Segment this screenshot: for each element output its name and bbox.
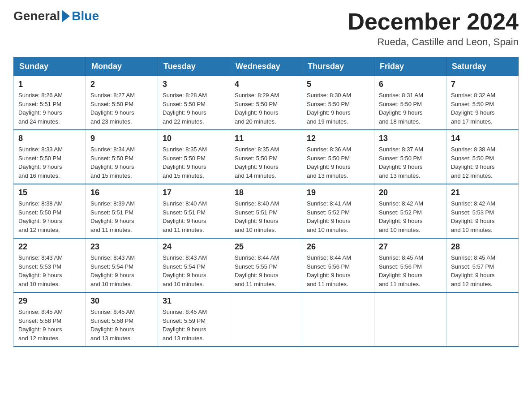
logo: General Blue: [13, 9, 99, 23]
calendar-cell: 27 Sunrise: 8:45 AMSunset: 5:56 PMDaylig…: [374, 238, 446, 292]
week-row-1: 1 Sunrise: 8:26 AMSunset: 5:51 PMDayligh…: [14, 76, 519, 130]
calendar-cell: 15 Sunrise: 8:38 AMSunset: 5:50 PMDaylig…: [14, 184, 86, 238]
day-info: Sunrise: 8:45 AMSunset: 5:58 PMDaylight:…: [18, 308, 63, 342]
calendar-cell: 4 Sunrise: 8:29 AMSunset: 5:50 PMDayligh…: [230, 76, 302, 130]
week-row-3: 15 Sunrise: 8:38 AMSunset: 5:50 PMDaylig…: [14, 184, 519, 238]
calendar-cell: 2 Sunrise: 8:27 AMSunset: 5:50 PMDayligh…: [86, 76, 158, 130]
calendar-cell: [230, 292, 302, 347]
week-row-2: 8 Sunrise: 8:33 AMSunset: 5:50 PMDayligh…: [14, 130, 519, 184]
day-number: 21: [451, 188, 514, 197]
week-row-4: 22 Sunrise: 8:43 AMSunset: 5:53 PMDaylig…: [14, 238, 519, 292]
day-number: 1: [18, 80, 81, 89]
calendar-cell: 30 Sunrise: 8:45 AMSunset: 5:58 PMDaylig…: [86, 292, 158, 347]
day-info: Sunrise: 8:34 AMSunset: 5:50 PMDaylight:…: [90, 146, 135, 179]
day-header-thursday: Thursday: [302, 57, 374, 76]
day-info: Sunrise: 8:43 AMSunset: 5:54 PMDaylight:…: [163, 254, 207, 287]
day-number: 2: [90, 80, 153, 89]
day-number: 31: [163, 296, 225, 306]
day-number: 13: [379, 134, 442, 143]
calendar-cell: 12 Sunrise: 8:36 AMSunset: 5:50 PMDaylig…: [302, 130, 374, 184]
logo-triangle-icon: [62, 10, 70, 22]
day-info: Sunrise: 8:30 AMSunset: 5:50 PMDaylight:…: [307, 92, 351, 125]
calendar-cell: 10 Sunrise: 8:35 AMSunset: 5:50 PMDaylig…: [158, 130, 230, 184]
calendar-cell: 16 Sunrise: 8:39 AMSunset: 5:51 PMDaylig…: [86, 184, 158, 238]
day-info: Sunrise: 8:28 AMSunset: 5:50 PMDaylight:…: [163, 92, 207, 125]
day-number: 15: [18, 188, 81, 197]
day-header-monday: Monday: [86, 57, 158, 76]
day-info: Sunrise: 8:31 AMSunset: 5:50 PMDaylight:…: [379, 92, 423, 125]
day-info: Sunrise: 8:43 AMSunset: 5:53 PMDaylight:…: [18, 254, 63, 287]
calendar-cell: 8 Sunrise: 8:33 AMSunset: 5:50 PMDayligh…: [14, 130, 86, 184]
calendar-cell: 25 Sunrise: 8:44 AMSunset: 5:55 PMDaylig…: [230, 238, 302, 292]
page-header: General Blue December 2024 Rueda, Castil…: [13, 9, 519, 48]
day-header-wednesday: Wednesday: [230, 57, 302, 76]
day-number: 3: [163, 80, 225, 89]
day-number: 26: [307, 242, 369, 252]
day-info: Sunrise: 8:45 AMSunset: 5:58 PMDaylight:…: [90, 308, 135, 342]
day-info: Sunrise: 8:35 AMSunset: 5:50 PMDaylight:…: [163, 146, 207, 179]
day-header-saturday: Saturday: [446, 57, 519, 76]
day-info: Sunrise: 8:40 AMSunset: 5:51 PMDaylight:…: [163, 200, 207, 233]
day-number: 17: [163, 188, 225, 197]
calendar-cell: 14 Sunrise: 8:38 AMSunset: 5:50 PMDaylig…: [446, 130, 519, 184]
day-number: 11: [235, 134, 297, 143]
day-number: 28: [451, 242, 514, 252]
day-header-sunday: Sunday: [14, 57, 86, 76]
calendar-cell: 18 Sunrise: 8:40 AMSunset: 5:51 PMDaylig…: [230, 184, 302, 238]
day-info: Sunrise: 8:32 AMSunset: 5:50 PMDaylight:…: [451, 92, 495, 125]
calendar-cell: [446, 292, 519, 347]
day-info: Sunrise: 8:39 AMSunset: 5:51 PMDaylight:…: [90, 200, 135, 233]
month-title: December 2024: [348, 9, 519, 34]
title-area: December 2024 Rueda, Castille and Leon, …: [348, 9, 519, 48]
day-info: Sunrise: 8:36 AMSunset: 5:50 PMDaylight:…: [307, 146, 351, 179]
day-number: 14: [451, 134, 514, 143]
calendar-cell: 22 Sunrise: 8:43 AMSunset: 5:53 PMDaylig…: [14, 238, 86, 292]
calendar-cell: 6 Sunrise: 8:31 AMSunset: 5:50 PMDayligh…: [374, 76, 446, 130]
calendar-cell: 3 Sunrise: 8:28 AMSunset: 5:50 PMDayligh…: [158, 76, 230, 130]
day-info: Sunrise: 8:45 AMSunset: 5:56 PMDaylight:…: [379, 254, 423, 287]
week-row-5: 29 Sunrise: 8:45 AMSunset: 5:58 PMDaylig…: [14, 292, 519, 347]
calendar-cell: 11 Sunrise: 8:35 AMSunset: 5:50 PMDaylig…: [230, 130, 302, 184]
location-subtitle: Rueda, Castille and Leon, Spain: [348, 36, 519, 48]
logo-blue-text: Blue: [72, 9, 99, 23]
day-info: Sunrise: 8:26 AMSunset: 5:51 PMDaylight:…: [18, 92, 63, 125]
day-number: 30: [90, 296, 153, 306]
day-info: Sunrise: 8:38 AMSunset: 5:50 PMDaylight:…: [451, 146, 495, 179]
day-number: 6: [379, 80, 442, 89]
day-number: 27: [379, 242, 442, 252]
calendar-cell: 9 Sunrise: 8:34 AMSunset: 5:50 PMDayligh…: [86, 130, 158, 184]
day-number: 19: [307, 188, 369, 197]
calendar-cell: 23 Sunrise: 8:43 AMSunset: 5:54 PMDaylig…: [86, 238, 158, 292]
day-info: Sunrise: 8:29 AMSunset: 5:50 PMDaylight:…: [235, 92, 279, 125]
calendar-cell: [302, 292, 374, 347]
day-info: Sunrise: 8:38 AMSunset: 5:50 PMDaylight:…: [18, 200, 63, 233]
day-number: 20: [379, 188, 442, 197]
calendar-cell: 7 Sunrise: 8:32 AMSunset: 5:50 PMDayligh…: [446, 76, 519, 130]
day-info: Sunrise: 8:40 AMSunset: 5:51 PMDaylight:…: [235, 200, 279, 233]
day-number: 18: [235, 188, 297, 197]
day-info: Sunrise: 8:43 AMSunset: 5:54 PMDaylight:…: [90, 254, 135, 287]
day-info: Sunrise: 8:37 AMSunset: 5:50 PMDaylight:…: [379, 146, 423, 179]
day-number: 7: [451, 80, 514, 89]
calendar-table: SundayMondayTuesdayWednesdayThursdayFrid…: [13, 57, 519, 347]
day-number: 16: [90, 188, 153, 197]
calendar-body: 1 Sunrise: 8:26 AMSunset: 5:51 PMDayligh…: [14, 76, 519, 347]
day-header-friday: Friday: [374, 57, 446, 76]
calendar-cell: 19 Sunrise: 8:41 AMSunset: 5:52 PMDaylig…: [302, 184, 374, 238]
calendar-header-row: SundayMondayTuesdayWednesdayThursdayFrid…: [14, 57, 519, 76]
day-info: Sunrise: 8:41 AMSunset: 5:52 PMDaylight:…: [307, 200, 351, 233]
day-number: 24: [163, 242, 225, 252]
calendar-cell: 31 Sunrise: 8:45 AMSunset: 5:59 PMDaylig…: [158, 292, 230, 347]
calendar-cell: 17 Sunrise: 8:40 AMSunset: 5:51 PMDaylig…: [158, 184, 230, 238]
day-info: Sunrise: 8:45 AMSunset: 5:59 PMDaylight:…: [163, 308, 207, 342]
calendar-cell: 26 Sunrise: 8:44 AMSunset: 5:56 PMDaylig…: [302, 238, 374, 292]
day-header-tuesday: Tuesday: [158, 57, 230, 76]
day-number: 22: [18, 242, 81, 252]
day-info: Sunrise: 8:33 AMSunset: 5:50 PMDaylight:…: [18, 146, 63, 179]
logo-general-text: General: [13, 9, 60, 23]
calendar-cell: 28 Sunrise: 8:45 AMSunset: 5:57 PMDaylig…: [446, 238, 519, 292]
day-number: 9: [90, 134, 153, 143]
calendar-cell: 13 Sunrise: 8:37 AMSunset: 5:50 PMDaylig…: [374, 130, 446, 184]
calendar-cell: 5 Sunrise: 8:30 AMSunset: 5:50 PMDayligh…: [302, 76, 374, 130]
calendar-cell: 1 Sunrise: 8:26 AMSunset: 5:51 PMDayligh…: [14, 76, 86, 130]
